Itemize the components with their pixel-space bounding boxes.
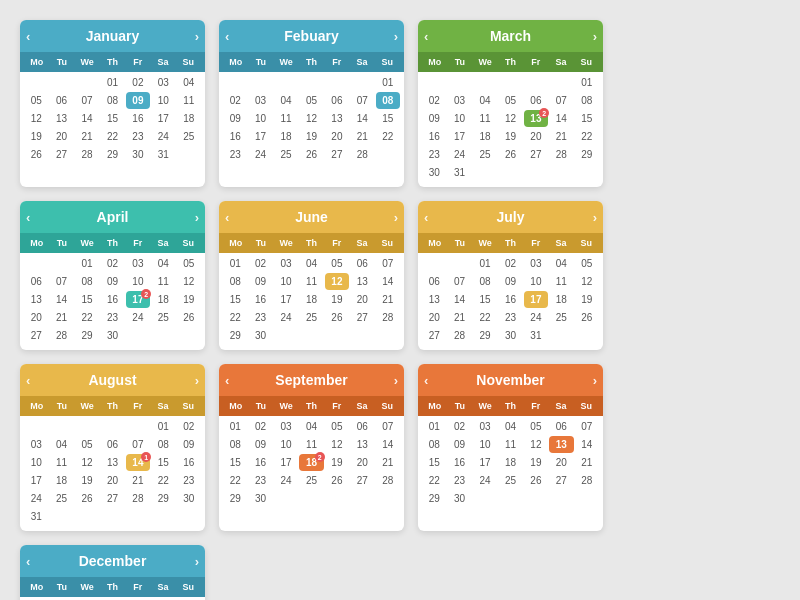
jun-day-12[interactable]: 12	[325, 273, 349, 290]
jun-day-5[interactable]: 05	[325, 255, 349, 272]
sep-prev-arrow[interactable]: ‹	[225, 373, 229, 388]
jan-day-18[interactable]: 18	[177, 110, 201, 127]
aug-day-27[interactable]: 27	[100, 490, 124, 507]
jun-day-13[interactable]: 13	[350, 273, 374, 290]
mar-day-7[interactable]: 07	[549, 92, 573, 109]
aug-day-12[interactable]: 12	[75, 454, 99, 471]
aug-day-22[interactable]: 22	[151, 472, 175, 489]
jan-day-15[interactable]: 15	[100, 110, 124, 127]
feb-day-14[interactable]: 14	[350, 110, 374, 127]
jun-day-15[interactable]: 15	[223, 291, 247, 308]
jul-day-24[interactable]: 24	[524, 309, 548, 326]
feb-day-22[interactable]: 22	[376, 128, 400, 145]
feb-day-26[interactable]: 26	[299, 146, 323, 163]
nov-day-10[interactable]: 10	[473, 436, 497, 453]
sep-day-6[interactable]: 06	[350, 418, 374, 435]
jul-next-arrow[interactable]: ›	[593, 210, 597, 225]
jan-day-13[interactable]: 13	[49, 110, 73, 127]
sep-day-27[interactable]: 27	[350, 472, 374, 489]
feb-day-13[interactable]: 13	[325, 110, 349, 127]
mar-day-10[interactable]: 10	[447, 110, 471, 127]
aug-day-13[interactable]: 13	[100, 454, 124, 471]
aug-day-20[interactable]: 20	[100, 472, 124, 489]
feb-day-5[interactable]: 05	[299, 92, 323, 109]
nov-day-3[interactable]: 03	[473, 418, 497, 435]
feb-day-2[interactable]: 02	[223, 92, 247, 109]
apr-day-23[interactable]: 23	[100, 309, 124, 326]
jul-day-20[interactable]: 20	[422, 309, 446, 326]
apr-day-20[interactable]: 20	[24, 309, 48, 326]
aug-day-26[interactable]: 26	[75, 490, 99, 507]
nov-day-8[interactable]: 08	[422, 436, 446, 453]
nov-day-14[interactable]: 14	[575, 436, 599, 453]
mar-day-30[interactable]: 30	[422, 164, 446, 181]
feb-day-3[interactable]: 03	[248, 92, 272, 109]
jan-prev-arrow[interactable]: ‹	[26, 29, 30, 44]
apr-day-12[interactable]: 12	[177, 273, 201, 290]
jan-day-12[interactable]: 12	[24, 110, 48, 127]
jan-day-14[interactable]: 14	[75, 110, 99, 127]
sep-day-8[interactable]: 08	[223, 436, 247, 453]
aug-day-18[interactable]: 18	[49, 472, 73, 489]
sep-day-23[interactable]: 23	[248, 472, 272, 489]
feb-day-6[interactable]: 06	[325, 92, 349, 109]
sep-day-16[interactable]: 16	[248, 454, 272, 471]
sep-day-21[interactable]: 21	[376, 454, 400, 471]
aug-day-17[interactable]: 17	[24, 472, 48, 489]
aug-day-9[interactable]: 09	[177, 436, 201, 453]
aug-day-3[interactable]: 03	[24, 436, 48, 453]
nov-day-16[interactable]: 16	[447, 454, 471, 471]
mar-day-17[interactable]: 17	[447, 128, 471, 145]
aug-day-4[interactable]: 04	[49, 436, 73, 453]
aug-day-6[interactable]: 06	[100, 436, 124, 453]
mar-day-31[interactable]: 31	[447, 164, 471, 181]
mar-next-arrow[interactable]: ›	[593, 29, 597, 44]
jan-day-24[interactable]: 24	[151, 128, 175, 145]
nov-day-1[interactable]: 01	[422, 418, 446, 435]
nov-day-25[interactable]: 25	[498, 472, 522, 489]
jul-day-25[interactable]: 25	[549, 309, 573, 326]
mar-day-8[interactable]: 08	[575, 92, 599, 109]
aug-day-21[interactable]: 21	[126, 472, 150, 489]
feb-day-27[interactable]: 27	[325, 146, 349, 163]
sep-day-10[interactable]: 10	[274, 436, 298, 453]
sep-day-18[interactable]: 218	[299, 454, 323, 471]
mar-day-28[interactable]: 28	[549, 146, 573, 163]
feb-day-9[interactable]: 09	[223, 110, 247, 127]
jun-day-3[interactable]: 03	[274, 255, 298, 272]
apr-day-2[interactable]: 02	[100, 255, 124, 272]
feb-day-11[interactable]: 11	[274, 110, 298, 127]
jul-day-13[interactable]: 13	[422, 291, 446, 308]
aug-day-23[interactable]: 23	[177, 472, 201, 489]
feb-day-10[interactable]: 10	[248, 110, 272, 127]
jan-day-4[interactable]: 04	[177, 74, 201, 91]
apr-day-6[interactable]: 06	[24, 273, 48, 290]
sep-day-26[interactable]: 26	[325, 472, 349, 489]
jun-day-30[interactable]: 30	[248, 327, 272, 344]
jun-day-14[interactable]: 14	[376, 273, 400, 290]
jan-day-16[interactable]: 16	[126, 110, 150, 127]
jul-day-7[interactable]: 07	[447, 273, 471, 290]
jul-day-19[interactable]: 19	[575, 291, 599, 308]
jan-day-19[interactable]: 19	[24, 128, 48, 145]
aug-day-25[interactable]: 25	[49, 490, 73, 507]
sep-day-1[interactable]: 01	[223, 418, 247, 435]
jan-day-28[interactable]: 28	[75, 146, 99, 163]
sep-day-12[interactable]: 12	[325, 436, 349, 453]
jul-day-12[interactable]: 12	[575, 273, 599, 290]
nov-day-24[interactable]: 24	[473, 472, 497, 489]
apr-day-21[interactable]: 21	[49, 309, 73, 326]
apr-day-15[interactable]: 15	[75, 291, 99, 308]
aug-day-2[interactable]: 02	[177, 418, 201, 435]
mar-day-14[interactable]: 14	[549, 110, 573, 127]
aug-day-14[interactable]: 114	[126, 454, 150, 471]
nov-day-23[interactable]: 23	[447, 472, 471, 489]
nov-prev-arrow[interactable]: ‹	[424, 373, 428, 388]
aug-day-16[interactable]: 16	[177, 454, 201, 471]
jul-day-5[interactable]: 05	[575, 255, 599, 272]
jul-day-4[interactable]: 04	[549, 255, 573, 272]
mar-day-1[interactable]: 01	[575, 74, 599, 91]
aug-day-31[interactable]: 31	[24, 508, 48, 525]
nov-day-13[interactable]: 13	[549, 436, 573, 453]
jan-day-10[interactable]: 10	[151, 92, 175, 109]
